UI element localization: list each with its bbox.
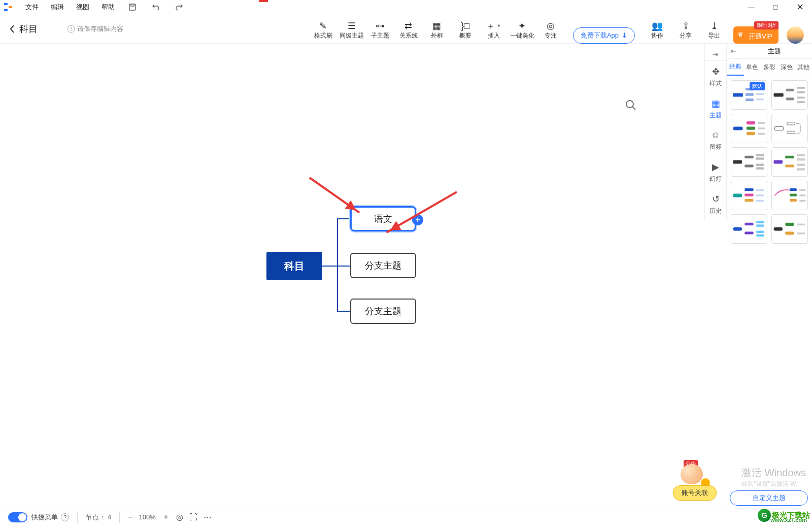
rail-style[interactable]: ✥样式 [705,61,726,93]
theme-thumb-5[interactable] [731,147,767,177]
svg-rect-36 [787,131,795,134]
svg-rect-50 [797,168,805,170]
window-minimize[interactable]: — [739,0,763,14]
svg-rect-63 [799,200,805,202]
zoom-out-icon[interactable]: − [128,513,132,522]
svg-rect-68 [756,224,764,226]
vip-discount-badge: 限时3折 [754,21,779,29]
svg-rect-31 [758,122,765,124]
quickmenu-toggle[interactable] [8,512,27,522]
side-rail: ⇥ ✥样式 ▦主题 ☺图标 ▶幻灯 ↺历史 [704,44,727,220]
redo-icon[interactable] [175,3,184,12]
window-close[interactable]: ✕ [788,0,812,14]
tab-multi[interactable]: 多彩 [761,59,778,76]
more-icon[interactable]: ⋯ [204,512,212,522]
svg-rect-74 [797,224,805,226]
fit-icon[interactable]: ⛶ [189,513,197,522]
theme-panel: ⇤ 主题 经典 单色 多彩 深色 其他 默认 [727,44,812,528]
toolbar-format[interactable]: ✎格式刷 [309,17,337,44]
zoom-in-icon[interactable]: ＋ [162,512,170,522]
tab-classic[interactable]: 经典 [727,59,744,76]
account-link-button[interactable]: 账号关联 [673,485,717,501]
svg-rect-42 [756,164,764,166]
crown-icon: ♛ [737,30,743,38]
locate-icon[interactable]: ◎ [176,512,183,522]
tab-other[interactable]: 其他 [795,59,812,76]
info-icon [67,25,75,33]
toolbar-peer-topic[interactable]: ☰同级主题 [337,17,366,44]
vip-button[interactable]: 限时3折 ♛ 开通VIP [733,26,779,44]
svg-rect-58 [790,188,797,191]
toolbar-frame[interactable]: ▦外框 [423,17,451,44]
slide-icon: ▶ [712,161,719,173]
canvas[interactable]: 科目 语文 分支主题 分支主题 + [0,44,727,506]
toolbar-relation[interactable]: ⇄关系线 [394,17,423,44]
svg-rect-56 [756,194,764,196]
menu-file[interactable]: 文件 [19,3,45,12]
default-tag: 默认 [750,82,765,90]
menu-view[interactable]: 视图 [70,3,95,12]
toolbar-collab[interactable]: 👥协作 [643,17,671,44]
undo-icon[interactable] [151,3,160,12]
icon-icon: ☺ [711,130,720,141]
svg-rect-29 [747,127,756,130]
theme-thumb-2[interactable] [771,80,808,110]
rail-slide[interactable]: ▶幻灯 [705,156,726,188]
child-node-2[interactable]: 分支主题 [350,253,416,278]
menu-edit[interactable]: 编辑 [45,3,70,12]
status-bar: 快捷菜单 ? 节点： 4 − 100% ＋ ◎ ⛶ ⋯ [0,506,727,528]
root-node[interactable]: 科目 [266,252,322,280]
theme-thumb-7[interactable] [731,181,767,210]
svg-rect-59 [790,194,797,196]
user-avatar[interactable] [787,26,804,44]
svg-rect-44 [774,160,783,164]
mascot[interactable]: 公告 [681,464,708,486]
svg-rect-55 [756,189,764,191]
theme-thumb-10[interactable] [771,214,808,244]
svg-rect-15 [746,93,754,96]
svg-rect-48 [797,158,805,160]
red-indicator [259,0,268,2]
theme-thumb-4[interactable] [771,114,808,143]
toolbar-beautify[interactable]: ✦一键美化 [508,17,536,44]
theme-thumb-3[interactable] [731,114,767,143]
focus-icon: ◎ [547,20,555,31]
panel-collapse-icon[interactable]: ⇥ [705,48,726,61]
svg-rect-22 [786,97,794,100]
child-node-3[interactable]: 分支主题 [350,299,416,324]
window-maximize[interactable]: □ [763,0,788,14]
toolbar-export[interactable]: ⤓导出 [700,17,728,44]
toolbar-summary[interactable]: }□概要 [451,17,480,44]
panel-expand-icon[interactable]: ⇤ [731,47,736,55]
menu-help[interactable]: 帮助 [95,3,121,12]
svg-rect-37 [733,160,742,164]
export-icon: ⤓ [710,20,718,31]
svg-rect-24 [797,91,805,93]
style-icon: ✥ [712,66,720,77]
tab-dark[interactable]: 深色 [778,59,795,76]
rail-history[interactable]: ↺历史 [705,188,726,220]
svg-rect-53 [745,194,754,196]
theme-thumb-1[interactable]: 默认 [731,80,767,110]
theme-thumb-9[interactable] [731,214,767,244]
rail-theme[interactable]: ▦主题 [705,93,726,125]
back-button[interactable]: 科目 [0,23,47,35]
custom-theme-button[interactable]: 自定义主题 [730,490,808,506]
svg-rect-71 [774,227,783,231]
toolbar-share[interactable]: ⇪分享 [671,17,700,44]
svg-rect-21 [786,89,794,91]
search-icon[interactable] [625,100,636,113]
download-app-button[interactable]: 免费下载App ⬇ [573,27,635,44]
toolbar-insert[interactable]: ＋▼插入 [480,17,508,44]
toolbar-sub-topic[interactable]: ⊶子主题 [366,17,394,44]
tab-single[interactable]: 单色 [744,59,761,76]
help-icon[interactable]: ? [61,513,69,521]
theme-thumb-8[interactable] [771,181,808,210]
site-watermark: G极光下载站 www.xz7.com [758,509,810,522]
theme-thumb-6[interactable] [771,147,808,177]
save-icon[interactable] [128,3,137,12]
rail-icon[interactable]: ☺图标 [705,125,726,156]
collab-icon: 👥 [652,20,663,31]
toolbar-focus[interactable]: ◎专注 [536,17,565,44]
svg-rect-19 [756,98,764,101]
